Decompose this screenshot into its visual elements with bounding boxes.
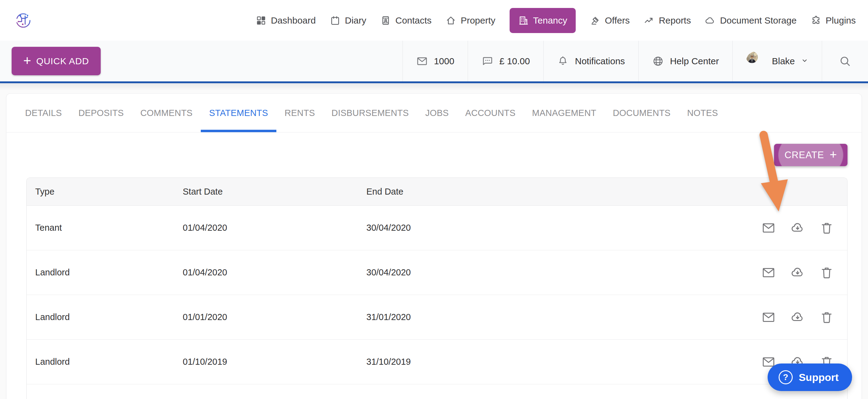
tab-label: DOCUMENTS xyxy=(613,108,671,118)
tab-label: STATEMENTS xyxy=(209,108,268,118)
nav-item-tenancy[interactable]: Tenancy xyxy=(509,8,576,33)
sms-balance-amount: £ 10.00 xyxy=(499,56,530,66)
calendar-icon xyxy=(330,15,340,26)
top-navbar: Dashboard Diary Contacts Property xyxy=(0,0,868,41)
nav-item-diary[interactable]: Diary xyxy=(330,15,366,26)
table-row-partial xyxy=(27,384,847,399)
trash-icon xyxy=(819,266,834,280)
cell-end-date: 30/04/2020 xyxy=(366,268,737,278)
email-counter[interactable]: 1000 xyxy=(402,41,468,82)
help-center-button[interactable]: Help Center xyxy=(639,41,733,82)
tab-accounts[interactable]: ACCOUNTS xyxy=(457,94,524,132)
nav-label: Diary xyxy=(345,15,366,26)
download-statement-button[interactable] xyxy=(790,221,805,235)
create-row: CREATE + xyxy=(26,132,847,178)
page: Dashboard Diary Contacts Property xyxy=(0,0,868,399)
toolbar-shadow xyxy=(0,83,868,91)
tenancy-panel: DETAILS DEPOSITS COMMENTS STATEMENTS REN… xyxy=(6,93,862,399)
main-nav: Dashboard Diary Contacts Property xyxy=(256,8,856,33)
tab-management[interactable]: MANAGEMENT xyxy=(524,94,604,132)
tab-notes[interactable]: NOTES xyxy=(679,94,726,132)
building-icon xyxy=(518,15,529,26)
envelope-icon xyxy=(762,266,776,280)
tab-label: ACCOUNTS xyxy=(465,108,516,118)
search-button[interactable] xyxy=(822,41,868,82)
column-header-end-date: End Date xyxy=(366,187,737,197)
table-row: Tenant 01/04/2020 30/04/2020 xyxy=(27,206,847,250)
delete-statement-button[interactable] xyxy=(819,221,834,235)
tab-statements[interactable]: STATEMENTS xyxy=(201,94,276,132)
nav-label: Dashboard xyxy=(271,15,316,26)
delete-statement-button[interactable] xyxy=(819,310,834,324)
cell-type: Tenant xyxy=(35,223,183,233)
nav-label: Offers xyxy=(605,15,629,26)
nav-item-property[interactable]: Property xyxy=(446,15,495,26)
tab-comments[interactable]: COMMENTS xyxy=(132,94,201,132)
row-actions xyxy=(737,221,847,235)
envelope-icon xyxy=(416,55,428,67)
cloud-download-icon xyxy=(790,221,805,235)
email-statement-button[interactable] xyxy=(762,221,776,235)
tab-label: COMMENTS xyxy=(140,108,192,118)
email-statement-button[interactable] xyxy=(762,266,776,280)
nav-label: Property xyxy=(461,15,495,26)
tenancy-tabs: DETAILS DEPOSITS COMMENTS STATEMENTS REN… xyxy=(6,94,862,132)
tab-label: RENTS xyxy=(285,108,315,118)
globe-icon xyxy=(652,55,664,67)
nav-label: Reports xyxy=(659,15,691,26)
cell-end-date: 31/10/2019 xyxy=(366,357,737,367)
cell-type: Landlord xyxy=(35,357,183,367)
tab-disbursements[interactable]: DISBURSEMENTS xyxy=(323,94,417,132)
download-statement-button[interactable] xyxy=(790,310,805,324)
gavel-icon xyxy=(590,15,600,26)
tab-label: JOBS xyxy=(425,108,449,118)
cell-start-date: 01/10/2019 xyxy=(183,357,366,367)
toolbar-right: 1000 £ 10.00 Notifications Help Cent xyxy=(402,41,868,82)
cell-type: Landlord xyxy=(35,268,183,278)
delete-statement-button[interactable] xyxy=(819,266,834,280)
tab-deposits[interactable]: DEPOSITS xyxy=(70,94,132,132)
nav-item-dashboard[interactable]: Dashboard xyxy=(256,15,316,26)
row-actions xyxy=(737,266,847,280)
chat-bubble-icon xyxy=(482,55,493,67)
cell-start-date: 01/04/2020 xyxy=(183,268,366,278)
quick-add-label: QUICK ADD xyxy=(36,56,89,66)
cloud-download-icon xyxy=(790,310,805,324)
create-statement-button[interactable]: CREATE + xyxy=(774,144,847,166)
user-menu[interactable]: Blake xyxy=(733,41,822,82)
tab-documents[interactable]: DOCUMENTS xyxy=(604,94,679,132)
column-header-start-date: Start Date xyxy=(183,187,366,197)
nav-item-reports[interactable]: Reports xyxy=(644,15,691,26)
trash-icon xyxy=(819,221,834,235)
nav-item-offers[interactable]: Offers xyxy=(590,15,629,26)
cell-start-date: 01/04/2020 xyxy=(183,223,366,233)
download-statement-button[interactable] xyxy=(790,266,805,280)
cell-end-date: 30/04/2020 xyxy=(366,223,737,233)
plus-icon: + xyxy=(830,148,837,161)
email-count: 1000 xyxy=(434,56,455,66)
tab-jobs[interactable]: JOBS xyxy=(417,94,457,132)
statements-table: Type Start Date End Date Tenant 01/04/20… xyxy=(26,178,847,399)
trash-icon xyxy=(819,310,834,324)
envelope-icon xyxy=(762,221,776,235)
nav-label: Contacts xyxy=(396,15,432,26)
trend-up-icon xyxy=(644,15,654,26)
help-center-label: Help Center xyxy=(670,56,719,66)
notifications-button[interactable]: Notifications xyxy=(543,41,638,82)
support-button[interactable]: ? Support xyxy=(768,364,852,391)
sms-balance[interactable]: £ 10.00 xyxy=(468,41,543,82)
app-logo[interactable] xyxy=(15,12,32,29)
nav-item-contacts[interactable]: Contacts xyxy=(380,15,432,26)
quick-add-button[interactable]: + QUICK ADD xyxy=(12,47,101,75)
tab-details[interactable]: DETAILS xyxy=(17,94,70,132)
email-statement-button[interactable] xyxy=(762,310,776,324)
nav-item-plugins[interactable]: Plugins xyxy=(811,15,856,26)
tab-label: DETAILS xyxy=(25,108,62,118)
table-row: Landlord 01/04/2020 30/04/2020 xyxy=(27,250,847,295)
tab-rents[interactable]: RENTS xyxy=(276,94,323,132)
table-header: Type Start Date End Date xyxy=(27,178,847,206)
cell-start-date: 01/01/2020 xyxy=(183,312,366,322)
nav-item-document-storage[interactable]: Document Storage xyxy=(705,15,796,26)
house-icon xyxy=(446,15,456,26)
nav-label: Tenancy xyxy=(533,15,567,26)
